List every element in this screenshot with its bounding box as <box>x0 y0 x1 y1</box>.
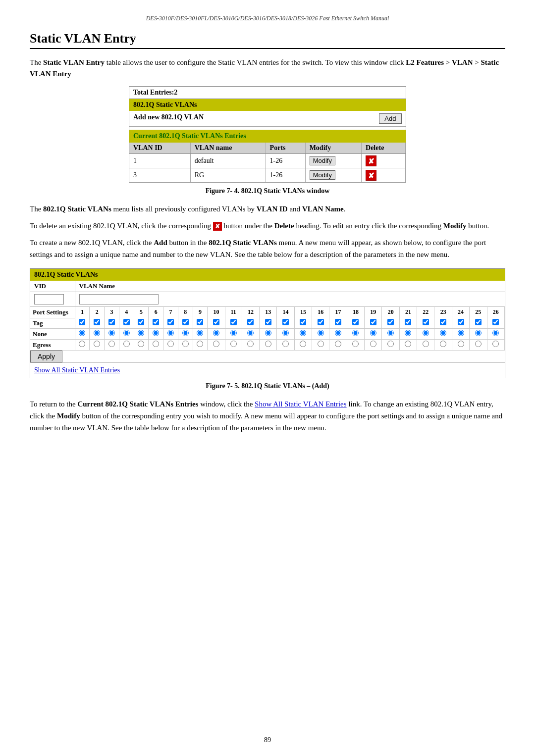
egress-radio-input-26[interactable] <box>492 341 499 347</box>
egress-radio-input-16[interactable] <box>318 341 324 347</box>
egress-radio-input-14[interactable] <box>282 341 289 347</box>
tag-checkbox-11[interactable] <box>230 319 237 325</box>
show-all-link[interactable]: Show All Static VLAN Entries <box>30 364 124 377</box>
egress-radio-input-4[interactable] <box>123 341 130 347</box>
tag-checkbox-8[interactable] <box>182 319 189 325</box>
none-radio-input-18[interactable] <box>352 330 359 336</box>
egress-radio-input-15[interactable] <box>300 341 306 347</box>
none-radio-input-2[interactable] <box>94 330 100 336</box>
egress-radio-input-17[interactable] <box>335 341 341 347</box>
tag-checkbox-9[interactable] <box>197 319 203 325</box>
table-row: 3 RG 1-26 Modify ✘ <box>129 168 406 182</box>
tag-checkbox-12[interactable] <box>247 319 254 325</box>
egress-radio-input-20[interactable] <box>387 341 394 347</box>
tag-checkbox-25[interactable] <box>475 319 482 325</box>
egress-radio-input-5[interactable] <box>138 341 144 347</box>
none-radio-input-17[interactable] <box>335 330 341 336</box>
egress-radio-input-11[interactable] <box>230 341 237 347</box>
none-radio-input-20[interactable] <box>387 330 394 336</box>
modify-button-3[interactable]: Modify <box>310 170 335 180</box>
egress-radio-input-18[interactable] <box>352 341 359 347</box>
tag-checkbox-20[interactable] <box>387 319 394 325</box>
port-num-22: 22 <box>417 306 434 318</box>
tag-checkbox-21[interactable] <box>405 319 411 325</box>
none-radio-input-1[interactable] <box>79 330 85 336</box>
none-radio-input-22[interactable] <box>423 330 429 336</box>
tag-checkbox-14[interactable] <box>282 319 289 325</box>
egress-radio-2 <box>90 340 105 351</box>
tag-checkbox-26[interactable] <box>492 319 499 325</box>
tag-checkbox-15[interactable] <box>300 319 306 325</box>
egress-radio-input-22[interactable] <box>423 341 429 347</box>
vlan-name-input[interactable] <box>79 294 159 304</box>
delete-button-3[interactable]: ✘ <box>366 170 376 181</box>
tag-checkbox-16[interactable] <box>318 319 324 325</box>
egress-radio-input-19[interactable] <box>370 341 376 347</box>
tag-checkbox-6[interactable] <box>153 319 159 325</box>
egress-radio-input-9[interactable] <box>197 341 203 347</box>
egress-radio-input-12[interactable] <box>247 341 254 347</box>
tag-checkbox-5[interactable] <box>138 319 144 325</box>
tag-checkbox-13[interactable] <box>265 319 271 325</box>
tag-checkbox-24[interactable] <box>458 319 464 325</box>
tag-checkbox-18[interactable] <box>352 319 359 325</box>
page-number: 89 <box>0 736 535 744</box>
none-radio-input-23[interactable] <box>440 330 446 336</box>
egress-radio-input-23[interactable] <box>440 341 446 347</box>
show-all-vlan-link[interactable]: Show All Static VLAN Entries <box>255 400 347 408</box>
egress-radio-input-24[interactable] <box>458 341 464 347</box>
none-radio-6 <box>149 329 163 340</box>
tag-checkbox-19[interactable] <box>370 319 376 325</box>
none-radio-input-3[interactable] <box>108 330 115 336</box>
tag-checkbox-10[interactable] <box>213 319 219 325</box>
none-radio-input-7[interactable] <box>167 330 174 336</box>
none-radio-14 <box>277 329 294 340</box>
none-radio-input-8[interactable] <box>182 330 189 336</box>
egress-radio-input-13[interactable] <box>265 341 271 347</box>
tag-checkbox-7[interactable] <box>167 319 174 325</box>
apply-button[interactable]: Apply <box>30 351 62 362</box>
egress-radio-input-10[interactable] <box>213 341 219 347</box>
none-radio-input-25[interactable] <box>475 330 482 336</box>
body-text-3: To create a new 802.1Q VLAN, click the A… <box>30 237 505 260</box>
none-radio-input-26[interactable] <box>492 330 499 336</box>
tag-checkbox-4[interactable] <box>123 319 130 325</box>
none-radio-input-4[interactable] <box>123 330 130 336</box>
add-section-header-row: 802.1Q Static VLANs <box>30 269 505 281</box>
egress-radio-input-1[interactable] <box>79 341 85 347</box>
none-radio-input-9[interactable] <box>197 330 203 336</box>
egress-radio-input-7[interactable] <box>167 341 174 347</box>
none-radio-input-10[interactable] <box>213 330 219 336</box>
none-radio-input-13[interactable] <box>265 330 271 336</box>
egress-radio-input-6[interactable] <box>153 341 159 347</box>
egress-radio-input-25[interactable] <box>475 341 482 347</box>
none-radio-input-15[interactable] <box>300 330 306 336</box>
tag-checkbox-3[interactable] <box>108 319 115 325</box>
delete-button-1[interactable]: ✘ <box>366 155 376 166</box>
tag-checkbox-17[interactable] <box>335 319 341 325</box>
vid-input[interactable] <box>34 294 64 304</box>
tag-checkbox-22[interactable] <box>423 319 429 325</box>
egress-radio-input-2[interactable] <box>94 341 100 347</box>
figure2-caption: Figure 7- 5. 802.1Q Static VLANs – (Add) <box>30 382 505 390</box>
tag-checkbox-1[interactable] <box>79 319 85 325</box>
egress-radio-input-8[interactable] <box>182 341 189 347</box>
none-radio-input-19[interactable] <box>370 330 376 336</box>
none-radio-input-5[interactable] <box>138 330 144 336</box>
none-radio-input-14[interactable] <box>282 330 289 336</box>
tag-checkbox-23[interactable] <box>440 319 446 325</box>
tag-check-5 <box>134 318 149 329</box>
egress-radio-21 <box>399 340 417 351</box>
tag-checkbox-2[interactable] <box>94 319 100 325</box>
none-radio-input-11[interactable] <box>230 330 237 336</box>
add-vlan-button[interactable]: Add <box>379 113 401 124</box>
none-radio-input-6[interactable] <box>153 330 159 336</box>
egress-radio-input-21[interactable] <box>405 341 411 347</box>
vlan-ports-1: 1-26 <box>266 153 305 168</box>
none-radio-input-24[interactable] <box>458 330 464 336</box>
none-radio-input-16[interactable] <box>318 330 324 336</box>
none-radio-input-12[interactable] <box>247 330 254 336</box>
none-radio-input-21[interactable] <box>405 330 411 336</box>
egress-radio-input-3[interactable] <box>108 341 115 347</box>
modify-button-1[interactable]: Modify <box>310 156 335 165</box>
